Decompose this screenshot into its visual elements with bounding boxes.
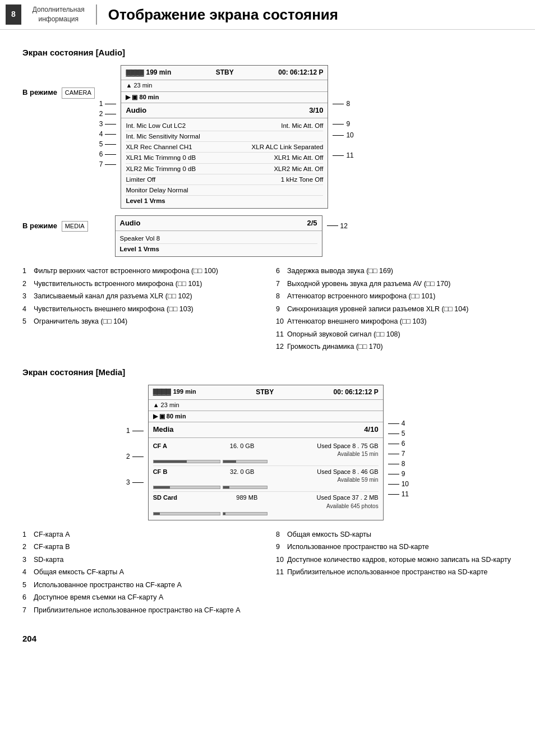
audio-list-12: 12 Громкость динамика (□□ 170) <box>276 342 513 353</box>
sd-sub: Available 645 photos <box>153 503 379 510</box>
section-audio-title: Экран состояния [Audio] <box>22 47 513 58</box>
media-list: 1 CF-карта A 8 Общая емкость SD-карты 2 … <box>22 529 513 616</box>
media-callout-2: 2 <box>126 445 144 469</box>
media-callout-3: 3 <box>126 471 144 495</box>
audio-list-2: 2 Чувствительность встроенного микрофона… <box>22 279 259 290</box>
callout-11: 11 <box>333 150 353 160</box>
screen-time: 00: 06:12:12 P <box>278 68 323 77</box>
callout-5: 5 <box>99 139 117 149</box>
media-list-11: 11 Приблизительное использованное простр… <box>276 567 513 578</box>
media-right-callout: 12 <box>327 215 348 231</box>
header-subtitle: Дополнительная информация <box>33 4 97 25</box>
sd-fill <box>154 513 160 515</box>
sd-bar <box>153 512 220 515</box>
media-list-4: 4 Общая емкость CF-карты A <box>22 567 259 578</box>
media-list-10: 10 Доступное количество кадров, которые … <box>276 555 513 566</box>
media-sub1: ▲ 23 min <box>149 400 383 411</box>
cfb-bar <box>153 486 220 489</box>
screen-tab: Audio 3/10 <box>121 103 328 118</box>
audio-list-10: 10 Аттенюатор внешнего микрофона (□□ 103… <box>276 316 513 328</box>
camera-badge: CAMERA <box>62 87 95 98</box>
media-card-sd: SD Card 989 MB Used Space 37 . 2 MB Avai… <box>153 492 379 517</box>
media-time: 00: 06:12:12 P <box>334 388 379 397</box>
cfa-fill2 <box>223 460 236 463</box>
media-list-3: 3 SD-карта <box>22 555 259 566</box>
callout-12: 12 <box>327 221 348 231</box>
audio-list: 1 Фильтр верхних частот встроенного микр… <box>22 266 513 353</box>
media-audio-row-1: Speaker Vol 8 <box>120 233 317 244</box>
cfa-fill <box>154 460 187 463</box>
screen-sub2: ▶ ▣ 80 min <box>121 92 328 103</box>
page: 8 Дополнительная информация Отображение … <box>0 0 535 650</box>
screen-sub1: ▲ 23 min <box>121 80 328 91</box>
media-card-cfa: CF A 16. 0 GB Used Space 8 . 75 GB Avail… <box>153 440 379 466</box>
audio-row-5: XLR2 Mic Trimmng 0 dB XLR2 Mic Att. Off <box>126 164 323 174</box>
media-list-9: 9 Использованное пространство на SD-карт… <box>276 542 513 553</box>
header-title: Отображение экрана состояния <box>108 4 338 25</box>
audio-camera-screen: ▓▓▓▓ 199 min STBY 00: 06:12:12 P ▲ 23 mi… <box>121 65 328 209</box>
camera-screen-wrapper: 1 2 3 4 5 6 7 ▓▓▓▓ 199 min <box>99 65 354 209</box>
audio-row-3: XLR Rec Channel CH1 XLR ALC Link Separat… <box>126 142 323 153</box>
cfb-fill2 <box>223 486 230 488</box>
media-list-1: 1 CF-карта A <box>22 529 259 541</box>
media-callout-8: 8 <box>388 460 409 469</box>
cfb-row: CF B 32. 0 GB Used Space 8 . 46 GB <box>153 468 379 476</box>
audio-list-3: 3 Записываемый канал для разъема XLR (□□… <box>22 291 259 302</box>
callout-1: 1 <box>99 99 117 109</box>
media-badge: MEDIA <box>62 221 88 232</box>
callout-7: 7 <box>99 159 117 169</box>
media-screen-diagram: 1 2 3 ▓▓▓▓ 199 min STBY 00: 06:12:12 P <box>22 385 513 520</box>
audio-list-6: 6 Задержка вывода звука (□□ 169) <box>276 266 513 277</box>
mode-camera-label: В режиме CAMERA <box>22 87 95 98</box>
cfa-sub: Available 15 min <box>153 450 379 458</box>
audio-list-1: 1 Фильтр верхних частот встроенного микр… <box>22 266 259 277</box>
cfa-progress <box>153 459 379 464</box>
cfa-row: CF A 16. 0 GB Used Space 8 . 75 GB <box>153 442 379 450</box>
screen-battery-row: ▓▓▓▓ 199 min <box>126 68 171 77</box>
callout-6: 6 <box>99 149 117 159</box>
section-media-title: Экран состояния [Media] <box>22 366 513 378</box>
cfb-progress <box>153 485 379 490</box>
footer: 204 <box>0 627 535 650</box>
media-list-7: 7 Приблизительное использованное простра… <box>22 605 259 616</box>
media-list-8: 8 Общая емкость SD-карты <box>276 529 513 541</box>
media-list-empty2 <box>276 592 513 603</box>
left-callout-numbers: 1 2 3 4 5 6 7 <box>99 65 117 169</box>
sd-bar2 <box>223 512 268 515</box>
audio-list-9: 9 Синхронизация уровней записи разъемов … <box>276 304 513 315</box>
media-callout-10: 10 <box>388 480 409 489</box>
media-callout-7: 7 <box>388 450 409 459</box>
callout-2: 2 <box>99 109 117 119</box>
media-callout-11: 11 <box>388 490 409 499</box>
audio-media-screen: Audio 2/5 Speaker Vol 8 Level 1 Vrms <box>115 215 322 257</box>
sd-fill2 <box>223 513 225 515</box>
media-stby: STBY <box>256 388 274 397</box>
audio-row-2: Int. Mic Sensitivity Normal <box>126 131 323 142</box>
cfa-bar2 <box>223 460 268 463</box>
sd-row: SD Card 989 MB Used Space 37 . 2 MB <box>153 494 379 502</box>
media-cards: CF A 16. 0 GB Used Space 8 . 75 GB Avail… <box>149 438 383 520</box>
audio-media-diagram: В режиме MEDIA Audio 2/5 Speaker Vol 8 <box>22 215 513 257</box>
media-screen: ▓▓▓▓ 199 min STBY 00: 06:12:12 P ▲ 23 mi… <box>148 385 384 520</box>
sd-progress <box>153 511 379 516</box>
media-callout-6: 6 <box>388 440 409 449</box>
media-list-6: 6 Доступное время съемки на CF-карту A <box>22 592 259 603</box>
callout-9: 9 <box>333 119 353 129</box>
cfb-sub: Available 59 min <box>153 476 379 484</box>
media-tab: Media 4/10 <box>149 422 383 437</box>
cfb-fill <box>154 486 170 488</box>
mode-media-label: В режиме MEDIA <box>22 221 88 232</box>
media-left-numbers: 1 2 3 <box>126 385 144 495</box>
media-battery: ▓▓▓▓ 199 min <box>153 388 196 396</box>
audio-list-7: 7 Выходной уровень звука для разъема AV … <box>276 279 513 290</box>
page-number: 8 <box>6 4 21 25</box>
footer-page-number: 204 <box>22 634 36 643</box>
audio-row-1: Int. Mic Low Cut LC2 Int. Mic Att. Off <box>126 121 323 131</box>
audio-row-8: Level 1 Vrms <box>126 196 323 206</box>
media-audio-wrapper: Audio 2/5 Speaker Vol 8 Level 1 Vrms <box>93 215 348 257</box>
media-callout-5: 5 <box>388 430 409 439</box>
cfb-bar2 <box>223 486 268 489</box>
screen-header: ▓▓▓▓ 199 min STBY 00: 06:12:12 P <box>121 66 328 80</box>
header: 8 Дополнительная информация Отображение … <box>0 0 535 30</box>
media-list-empty1 <box>276 580 513 591</box>
